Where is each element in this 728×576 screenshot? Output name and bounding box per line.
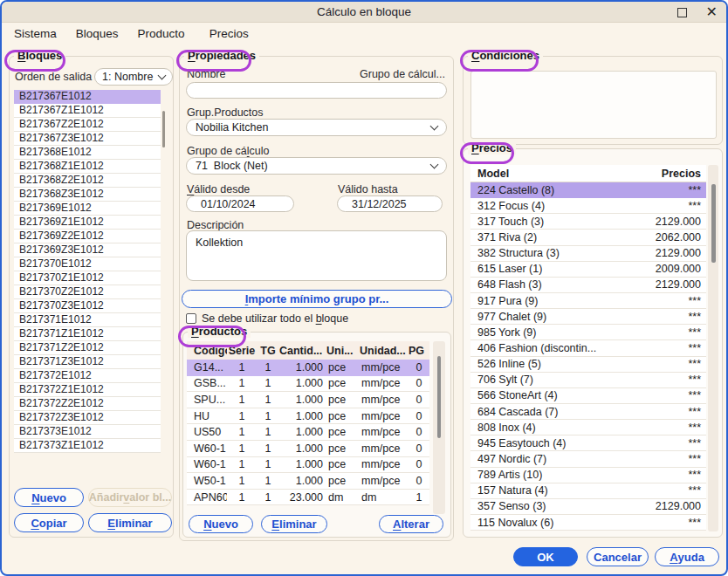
valido-desde-input[interactable]: 01/10/2024: [186, 195, 294, 212]
table-row[interactable]: G14...111.000pcemm/pce0: [187, 360, 429, 376]
close-icon[interactable]: ✕: [706, 5, 718, 19]
list-item[interactable]: B217369E1012: [14, 202, 161, 216]
list-item[interactable]: B217372Z3E1012: [14, 411, 161, 425]
bloques-scroll-thumb[interactable]: [162, 111, 165, 147]
list-item[interactable]: B217371Z2E1012: [14, 341, 161, 355]
table-row[interactable]: 917 Pura (9)***: [470, 293, 706, 309]
list-item[interactable]: B217370Z2E1012: [14, 285, 161, 299]
table-row[interactable]: W50-1111.000pcemm/pce0: [187, 473, 429, 490]
table-row[interactable]: 115 Novalux (6)***: [470, 515, 706, 531]
table-row[interactable]: 312 Focus (4)***: [470, 198, 706, 214]
list-item[interactable]: B217371E1012: [14, 313, 161, 327]
productos-alterar-button[interactable]: Alterar: [379, 515, 443, 533]
list-item[interactable]: B217369Z2E1012: [14, 230, 161, 243]
table-cell: 0: [409, 361, 429, 374]
orden-de-salida-dropdown[interactable]: 1: Nombre: [94, 68, 173, 86]
table-row[interactable]: 684 Cascada (7)***: [470, 404, 706, 420]
list-item[interactable]: B217371Z1E1012: [14, 327, 161, 341]
table-row[interactable]: 382 Structura (3)2129.000: [470, 246, 706, 262]
list-item[interactable]: B217368Z3E1012: [14, 188, 161, 202]
bloques-copiar-button[interactable]: Copiar: [14, 513, 84, 532]
table-row[interactable]: W60-1111.000pcemm/pce0: [187, 457, 429, 474]
table-row[interactable]: 497 Nordic (7)***: [470, 451, 706, 467]
table-row[interactable]: 615 Laser (1)2009.000: [470, 262, 706, 278]
valido-hasta-input[interactable]: 31/12/2025: [337, 195, 443, 212]
table-row[interactable]: SPU...111.000pcemm/pce0: [187, 392, 429, 408]
usar-todo-bloque-checkbox-row[interactable]: Se debe utilizar todo el bloque: [186, 312, 348, 325]
table-row[interactable]: 977 Chalet (9)***: [470, 309, 706, 325]
ayuda-button[interactable]: Ayuda: [655, 547, 719, 566]
ok-button[interactable]: OK: [513, 547, 578, 566]
list-item[interactable]: B217367E1012: [14, 90, 161, 104]
table-row[interactable]: 157 Natura (4)***: [470, 483, 706, 499]
table-row[interactable]: 985 York (9)***: [470, 325, 706, 340]
list-item[interactable]: B217372E1012: [14, 369, 161, 383]
table-row[interactable]: 317 Touch (3)2129.000: [470, 214, 706, 230]
menu-bloques[interactable]: Bloques: [76, 27, 119, 40]
productos-scrollbar[interactable]: [433, 341, 445, 514]
list-item[interactable]: B217369Z3E1012: [14, 243, 161, 257]
col-pg: PG: [409, 345, 429, 357]
bloques-nuevo-button[interactable]: Nuevo: [14, 488, 84, 507]
table-row[interactable]: HU111.000pcemm/pce0: [187, 408, 429, 425]
list-item[interactable]: B217367Z1E1012: [14, 104, 161, 118]
list-item[interactable]: B217368Z2E1012: [14, 174, 161, 188]
table-row[interactable]: 945 Easytouch (4)***: [470, 435, 706, 451]
descripcion-textarea[interactable]: Kollektion: [186, 230, 447, 281]
table-row[interactable]: 808 Inox (4)***: [470, 420, 706, 435]
col-unidad2: Unidad...: [360, 345, 409, 357]
table-cell: 1.000: [279, 458, 326, 470]
table-cell: 0: [409, 426, 429, 438]
precios-scroll-thumb[interactable]: [711, 184, 716, 263]
price-cell: ***: [688, 295, 706, 307]
condiciones-legend: Condiciones: [468, 49, 543, 62]
table-row[interactable]: 371 Riva (2)2062.000: [470, 230, 706, 245]
bloques-list[interactable]: B217367E1012B217367Z1E1012B217367Z2E1012…: [14, 90, 161, 453]
grupo-calculo-dropdown[interactable]: 71 Block (Net): [186, 157, 447, 175]
list-item[interactable]: B217371Z3E1012: [14, 355, 161, 369]
productos-table-body[interactable]: G14...111.000pcemm/pce0GSB...111.000pcem…: [187, 360, 429, 505]
list-item[interactable]: B217370Z3E1012: [14, 299, 161, 313]
list-item[interactable]: B217368Z1E1012: [14, 160, 161, 174]
list-item[interactable]: B217372Z2E1012: [14, 397, 161, 411]
table-row[interactable]: 357 Senso (3)2129.000: [470, 499, 706, 515]
importe-minimo-button[interactable]: Importe mínimo grupo pr...: [182, 290, 452, 308]
checkbox-icon[interactable]: [186, 313, 196, 324]
table-row[interactable]: 526 Inline (5)***: [470, 357, 706, 373]
table-row[interactable]: 648 Flash (3)2129.000: [470, 278, 706, 293]
nombre-input[interactable]: [186, 82, 447, 99]
menu-producto[interactable]: Producto: [138, 27, 185, 40]
precios-table-body[interactable]: 224 Castello (8)***312 Focus (4)***317 T…: [470, 182, 706, 531]
list-item[interactable]: B217372Z1E1012: [14, 383, 161, 397]
precios-scrollbar[interactable]: [708, 165, 718, 531]
price-cell: 2129.000: [656, 216, 706, 228]
list-item[interactable]: B217373Z1E1012: [14, 439, 161, 453]
table-row[interactable]: 789 Artis (10)***: [470, 468, 706, 483]
bloques-scrollbar[interactable]: [162, 92, 166, 453]
table-row[interactable]: US50111.000pcemm/pce0: [187, 424, 429, 441]
cancelar-button[interactable]: Cancelar: [587, 547, 649, 566]
grup-productos-dropdown[interactable]: Nobilia Kitchen: [186, 119, 447, 136]
table-row[interactable]: 706 Sylt (7)***: [470, 373, 706, 388]
productos-eliminar-button[interactable]: Eliminar: [261, 515, 327, 533]
table-row[interactable]: 406 Fashion (discontin...***: [470, 340, 706, 356]
menu-sistema[interactable]: Sistema: [14, 27, 57, 40]
table-row[interactable]: APN601123.000dmdm1: [187, 490, 429, 506]
list-item[interactable]: B217373E1012: [14, 425, 161, 439]
list-item[interactable]: B217370E1012: [14, 257, 161, 271]
bloques-eliminar-button[interactable]: Eliminar: [88, 513, 172, 532]
list-item[interactable]: B217367Z2E1012: [14, 118, 161, 132]
maximize-icon[interactable]: [677, 8, 687, 17]
condiciones-box[interactable]: [470, 71, 717, 139]
list-item[interactable]: B217368E1012: [14, 146, 161, 160]
productos-nuevo-button[interactable]: Nuevo: [189, 515, 253, 533]
list-item[interactable]: B217370Z1E1012: [14, 271, 161, 285]
table-row[interactable]: 566 StoneArt (4)***: [470, 388, 706, 404]
menu-precios[interactable]: Precios: [209, 27, 249, 40]
table-row[interactable]: 224 Castello (8)***: [470, 182, 706, 198]
list-item[interactable]: B217369Z1E1012: [14, 216, 161, 230]
list-item[interactable]: B217367Z3E1012: [14, 132, 161, 146]
productos-scroll-thumb[interactable]: [437, 356, 441, 438]
table-row[interactable]: W60-1111.000pcemm/pce0: [187, 441, 429, 457]
table-row[interactable]: GSB...111.000pcemm/pce0: [187, 376, 429, 393]
